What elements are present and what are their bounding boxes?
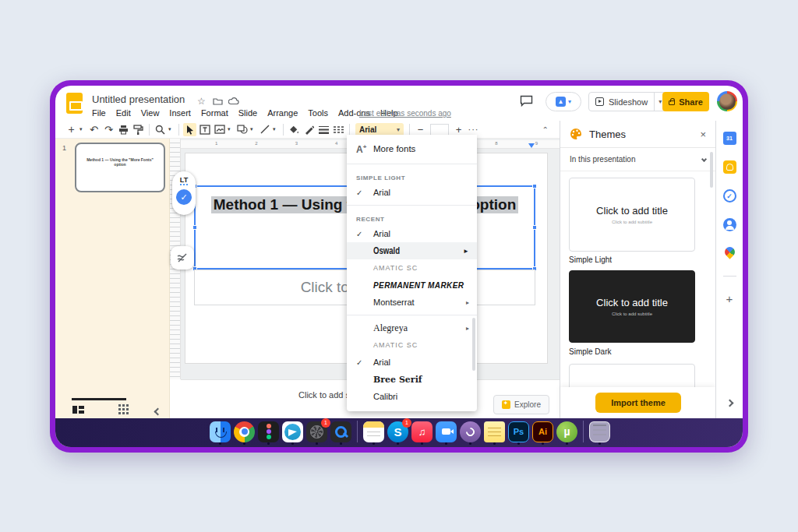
font-item-oswald[interactable]: Oswald ► <box>347 242 477 259</box>
star-icon[interactable]: ☆ <box>197 96 206 107</box>
menu-file[interactable]: File <box>92 108 106 118</box>
menu-slide[interactable]: Slide <box>238 108 257 118</box>
line-color-button[interactable] <box>302 123 316 136</box>
dock-viber-icon[interactable] <box>460 421 481 442</box>
collapse-filmstrip-icon[interactable] <box>155 403 161 417</box>
menu-edit[interactable]: Edit <box>116 108 131 118</box>
new-slide-button[interactable]: + <box>65 123 78 136</box>
theme-card-simple-light[interactable]: Click to add title Click to add subtitle <box>569 178 695 252</box>
filmstrip-view-icon[interactable] <box>72 403 84 417</box>
dock-trash-icon[interactable] <box>589 421 610 442</box>
more-fonts-item[interactable]: A+ More fonts <box>347 138 477 160</box>
new-slide-caret-icon[interactable]: ▾ <box>79 126 86 132</box>
contacts-icon[interactable] <box>723 218 736 231</box>
dock-skype-icon[interactable]: S1 <box>387 421 408 442</box>
keep-icon[interactable] <box>723 160 736 174</box>
font-item-amatic-sc[interactable]: Amatic SC <box>347 336 477 354</box>
dock-illustrator-icon[interactable]: Ai <box>532 421 553 442</box>
document-title[interactable]: Untitled presentation <box>92 93 185 105</box>
theme-card-simple-dark[interactable]: Click to add title Click to add subtitle <box>569 270 695 343</box>
font-item-arial[interactable]: ✓ Arial <box>347 184 477 201</box>
decrease-font-size-button[interactable]: − <box>414 123 427 136</box>
font-item-permanent-marker[interactable]: Permanent Marker <box>347 277 477 294</box>
zoom-button[interactable] <box>154 123 167 136</box>
import-theme-button[interactable]: Import theme <box>595 393 681 413</box>
select-tool-button[interactable] <box>183 123 196 136</box>
hide-menus-button[interactable]: ⌃ <box>542 125 549 134</box>
expand-side-panel-icon[interactable] <box>727 395 733 409</box>
calendar-icon[interactable]: 31 <box>723 132 736 145</box>
font-item-amatic-sc[interactable]: Amatic SC <box>347 259 477 277</box>
dock-camera-app-icon[interactable]: 1 <box>306 421 327 442</box>
theme-source-dropdown[interactable]: In this presentation <box>560 148 715 171</box>
undo-button[interactable]: ↶ <box>87 123 101 136</box>
font-item-bree-serif[interactable]: Bree Serif <box>347 371 477 388</box>
font-size-input[interactable] <box>430 124 449 136</box>
font-item-calibri[interactable]: Calibri <box>347 388 477 405</box>
menu-tools[interactable]: Tools <box>308 108 328 118</box>
fill-color-button[interactable] <box>288 123 301 136</box>
font-group-header: SIMPLE LIGHT <box>347 168 477 184</box>
resize-handle[interactable] <box>192 225 197 230</box>
insert-shape-button[interactable] <box>235 123 249 136</box>
comments-icon[interactable] <box>520 95 533 110</box>
move-folder-icon[interactable] <box>213 97 223 107</box>
dock-notes-icon[interactable] <box>363 421 384 442</box>
resize-handle[interactable] <box>532 225 537 230</box>
dock-chrome-icon[interactable] <box>234 421 255 442</box>
dock-quicktime-icon[interactable] <box>330 421 351 442</box>
ruler-indent-marker[interactable] <box>528 143 535 148</box>
redo-button[interactable]: ↷ <box>102 123 115 136</box>
image-caret-icon[interactable]: ▾ <box>228 126 234 132</box>
resize-handle[interactable] <box>532 184 537 188</box>
print-button[interactable] <box>117 123 130 136</box>
increase-font-size-button[interactable]: + <box>452 123 465 136</box>
dock-telegram-icon[interactable] <box>282 421 303 442</box>
dock-figma-icon[interactable] <box>258 421 279 442</box>
dock-zoom-icon[interactable] <box>436 421 457 442</box>
font-item-montserrat[interactable]: Montserrat ▸ <box>347 294 477 311</box>
add-addon-icon[interactable]: + <box>723 292 736 305</box>
maps-icon[interactable] <box>723 247 736 260</box>
last-edit-link[interactable]: Last edit was seconds ago <box>359 109 451 118</box>
line-caret-icon[interactable]: ▾ <box>273 126 279 132</box>
border-dash-button[interactable] <box>332 123 345 136</box>
account-avatar[interactable] <box>717 91 737 111</box>
insert-line-button[interactable] <box>258 123 271 136</box>
shape-caret-icon[interactable]: ▾ <box>250 126 256 132</box>
zoom-caret-icon[interactable]: ▾ <box>168 126 175 132</box>
dock-finder-icon[interactable] <box>210 421 231 442</box>
dock-photoshop-icon[interactable]: Ps <box>508 421 529 442</box>
dropdown-scrollbar[interactable] <box>472 318 475 371</box>
menu-format[interactable]: Format <box>201 108 228 118</box>
grid-view-icon[interactable] <box>118 403 129 417</box>
font-family-dropdown[interactable]: Arial▾ <box>355 123 404 136</box>
share-button[interactable]: Share <box>662 92 709 111</box>
slide-thumbnail[interactable]: Method 1 — Using the "More Fonts" option <box>75 143 165 192</box>
insert-image-button[interactable] <box>213 123 226 136</box>
tasks-icon[interactable]: ✓ <box>723 189 736 203</box>
languagetool-widget[interactable]: LT ✓ <box>172 171 196 215</box>
border-weight-button[interactable] <box>317 123 330 136</box>
text-box-button[interactable] <box>198 123 211 136</box>
dock-music-icon[interactable]: ♫ <box>411 421 433 442</box>
languagetool-toggle-button[interactable] <box>171 246 194 270</box>
slides-logo[interactable] <box>66 93 83 114</box>
menu-view[interactable]: View <box>141 108 160 118</box>
themes-scrollbar[interactable] <box>710 152 713 188</box>
font-item-arial[interactable]: ✓ Arial <box>347 354 477 371</box>
paint-format-button[interactable] <box>132 123 145 136</box>
menu-insert[interactable]: Insert <box>169 108 191 118</box>
font-item-arial[interactable]: ✓ Arial <box>347 225 477 242</box>
font-item-alegreya[interactable]: Alegreya ▸ <box>347 319 477 336</box>
close-panel-icon[interactable]: × <box>700 129 706 140</box>
check-complete-icon[interactable]: ✓ <box>176 189 192 205</box>
slideshow-button[interactable]: Slideshow ▾ <box>588 92 666 111</box>
more-toolbar-options-button[interactable]: ··· <box>467 123 480 136</box>
present-button[interactable]: ▲ ▾ <box>546 92 581 111</box>
dock-stickies-icon[interactable] <box>484 421 505 442</box>
present-caret-icon[interactable]: ▾ <box>568 98 571 105</box>
explore-button[interactable]: Explore <box>493 395 549 414</box>
menu-arrange[interactable]: Arrange <box>267 108 298 118</box>
dock-utorrent-icon[interactable]: µ <box>556 421 577 442</box>
